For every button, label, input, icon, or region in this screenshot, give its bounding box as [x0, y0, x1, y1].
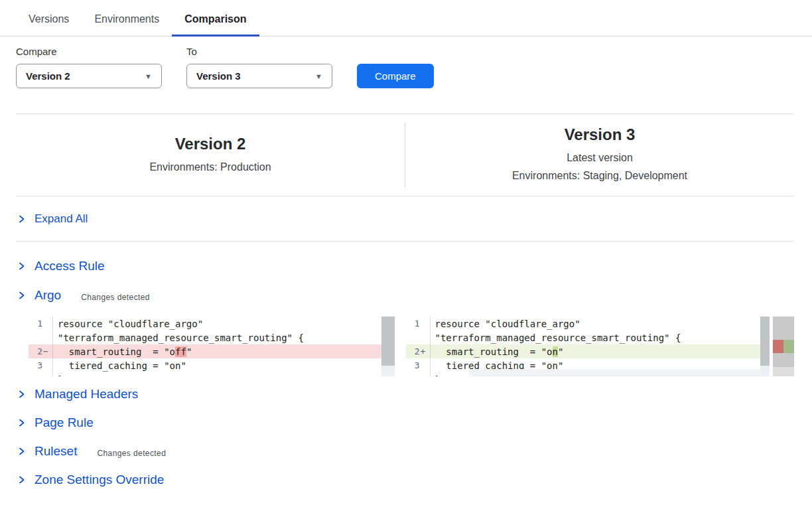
code-line-removed: 2− smart_routing = "off": [29, 344, 395, 358]
vertical-scrollbar[interactable]: [381, 317, 395, 376]
section-row-argo[interactable]: Argo Changes detected: [16, 286, 794, 305]
section-row-managed-headers[interactable]: Managed Headers: [16, 385, 794, 404]
chevron-down-icon: ▼: [145, 72, 152, 80]
code-line: 1resource "cloudflare_argo": [406, 317, 770, 331]
chevron-right-icon: [17, 262, 26, 271]
tab-comparison[interactable]: Comparison: [172, 9, 259, 36]
compare-button[interactable]: Compare: [357, 64, 434, 88]
added-marker: [783, 340, 794, 353]
chevron-right-icon: [17, 214, 26, 224]
expand-all-label: Expand All: [34, 212, 88, 226]
sections-list: Access Rule Argo Changes detected 1resou…: [16, 257, 794, 489]
diff-pane-right[interactable]: 1resource "cloudflare_argo" "terraform_m…: [406, 317, 770, 376]
tab-bar: Versions Environments Comparison: [0, 0, 812, 37]
section-title: Page Rule: [34, 415, 94, 430]
compare-to-select[interactable]: Version 3 ▼: [186, 64, 332, 88]
diff-sign: +: [420, 346, 430, 356]
section-row-page-rule[interactable]: Page Rule: [16, 413, 794, 432]
code-line: 3 tiered_caching = "on": [29, 358, 395, 372]
diff-pane-left[interactable]: 1resource "cloudflare_argo" "terraform_m…: [29, 317, 395, 376]
code-line: "terraform_managed_resource_smart_routin…: [406, 331, 770, 344]
chevron-right-icon: [17, 447, 26, 456]
scrollbar-thumb[interactable]: [381, 317, 395, 366]
version-environments: Environments: Production: [16, 158, 405, 176]
version-subtitle: Latest version: [405, 149, 794, 167]
code-line: }: [29, 372, 395, 376]
tab-environments[interactable]: Environments: [82, 9, 172, 36]
expand-all-row[interactable]: Expand All: [16, 196, 794, 242]
tab-versions[interactable]: Versions: [16, 9, 82, 36]
line-number: 3: [406, 360, 420, 370]
code-line: 1resource "cloudflare_argo": [29, 317, 395, 331]
to-label: To: [186, 46, 332, 57]
version-environments: Environments: Staging, Development: [405, 167, 794, 185]
diff-sign: −: [42, 346, 52, 356]
code-line-added: 2+ smart_routing = "on": [406, 344, 770, 358]
section-title: Ruleset: [34, 444, 77, 459]
compare-label: Compare: [16, 46, 162, 57]
version-title: Version 2: [16, 135, 405, 153]
chevron-right-icon: [17, 291, 26, 300]
argo-diff-viewer: 1resource "cloudflare_argo" "terraform_m…: [29, 317, 794, 376]
version-title: Version 3: [405, 125, 794, 144]
compare-form: Compare Version 2 ▼ To Version 3 ▼ Compa…: [16, 46, 794, 88]
scrollbar-thumb[interactable]: [760, 317, 770, 366]
changes-detected-badge: Changes detected: [81, 289, 150, 302]
line-number: 2: [29, 346, 42, 356]
compare-to-value: Version 3: [196, 70, 241, 82]
version-panels: Version 2 Environments: Production Versi…: [16, 114, 794, 196]
changes-detected-badge: Changes detected: [97, 445, 166, 458]
line-number: 2: [406, 346, 420, 356]
code-line: "terraform_managed_resource_smart_routin…: [29, 331, 395, 344]
version-panel-left: Version 2 Environments: Production: [16, 135, 405, 176]
compare-from-select[interactable]: Version 2 ▼: [16, 64, 162, 88]
comparison-page: Versions Environments Comparison Compare…: [0, 0, 812, 523]
section-title: Access Rule: [34, 259, 105, 273]
line-number: 1: [406, 319, 420, 329]
section-row-ruleset[interactable]: Ruleset Changes detected: [16, 442, 794, 461]
removed-chars: ff: [175, 346, 186, 357]
removed-marker: [773, 340, 783, 353]
line-number: 1: [29, 319, 42, 329]
chevron-right-icon: [17, 475, 26, 485]
section-title: Zone Settings Override: [34, 473, 164, 487]
vertical-scrollbar[interactable]: [760, 317, 770, 376]
section-row-zone-settings-override[interactable]: Zone Settings Override: [16, 471, 794, 489]
section-row-access-rule[interactable]: Access Rule: [16, 257, 794, 275]
line-number: 3: [29, 360, 42, 370]
added-chars: n: [553, 346, 558, 357]
ruler-footer: [773, 367, 794, 376]
section-title: Argo: [34, 288, 61, 303]
chevron-right-icon: [17, 418, 26, 427]
chevron-right-icon: [17, 390, 26, 399]
version-panel-right: Version 3 Latest version Environments: S…: [405, 125, 794, 185]
chevron-down-icon: ▼: [315, 72, 322, 80]
section-title: Managed Headers: [34, 387, 138, 402]
diff-overview-ruler[interactable]: [773, 317, 794, 376]
compare-from-value: Version 2: [26, 70, 70, 82]
horizontal-scrollbar[interactable]: [469, 369, 761, 376]
